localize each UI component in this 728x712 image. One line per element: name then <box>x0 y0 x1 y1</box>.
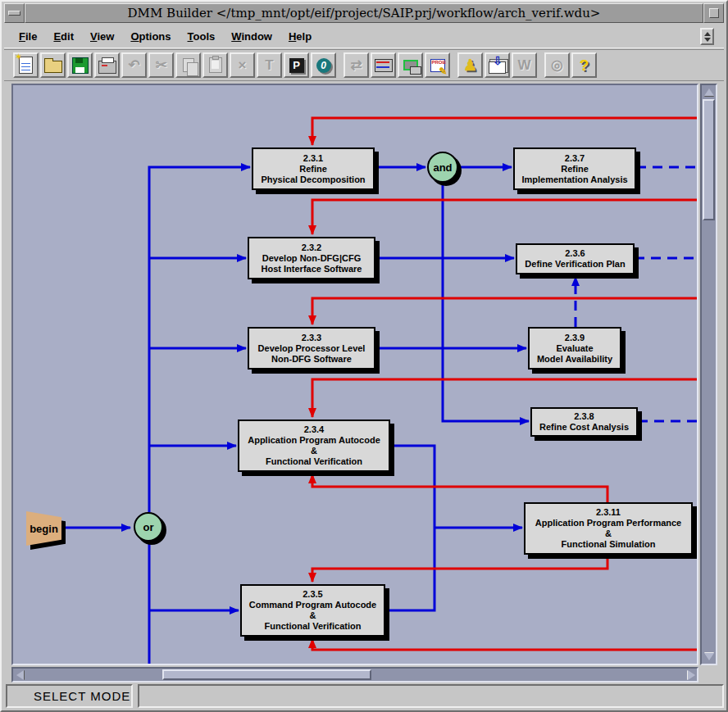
up-arrow-icon <box>704 32 711 36</box>
menu-scroll-widget[interactable] <box>700 28 714 45</box>
workflow-canvas[interactable]: 2.3.1 Refine Physical Decomposition2.3.7… <box>11 84 698 665</box>
scroll-down-icon <box>704 653 714 660</box>
node-2.3.11[interactable]: 2.3.11 Application Program Performance &… <box>524 502 693 555</box>
window-title: DMM Builder </tmp_mnt/opt/eif/project/SA… <box>25 3 703 23</box>
help-button[interactable]: ? <box>571 52 597 78</box>
window-menu-button[interactable] <box>4 3 25 23</box>
prob-editor-icon: PROB <box>430 59 445 72</box>
delete-button[interactable]: × <box>230 52 255 78</box>
wp-icon: W <box>517 58 530 72</box>
scroll-left-button[interactable] <box>14 669 26 680</box>
mode-indicator: SELECT MODE <box>6 684 133 708</box>
title-bar[interactable]: DMM Builder </tmp_mnt/opt/eif/project/SA… <box>4 3 724 23</box>
begin-marker[interactable]: begin <box>26 511 61 546</box>
undo-icon: ↶ <box>128 58 139 72</box>
status-message-panel <box>138 684 724 708</box>
connect-tool-icon: ⇄ <box>350 58 362 72</box>
node-2.3.2[interactable]: 2.3.2 Develop Non-DFG|CFG Host Interface… <box>248 237 375 279</box>
screens-button[interactable] <box>398 52 423 78</box>
begin-shape: begin <box>26 511 61 546</box>
open-file-button[interactable] <box>40 52 66 78</box>
node-2.3.7[interactable]: 2.3.7 Refine Implementation Analysis <box>513 147 636 190</box>
edge-234-235-connector[interactable] <box>385 446 435 610</box>
node-2.3.8[interactable]: 2.3.8 Refine Cost Analysis <box>530 407 638 437</box>
menu-tools[interactable]: Tools <box>180 27 224 46</box>
node-2.3.6[interactable]: 2.3.6 Define Verification Plan <box>516 243 635 274</box>
down-arrow-icon <box>704 38 711 42</box>
text-tool-icon: T <box>265 58 273 72</box>
workflow-io-icon <box>375 59 393 72</box>
horizontal-scroll-thumb[interactable] <box>162 669 371 680</box>
connector-and[interactable]: and <box>427 152 458 183</box>
undo-button[interactable]: ↶ <box>121 52 147 78</box>
window-menu-dash-icon <box>8 11 20 16</box>
node-2.3.3[interactable]: 2.3.3 Develop Processor Level Non-DFG So… <box>248 327 375 370</box>
pushpin-icon: ♟ <box>463 57 477 73</box>
clipboard-icon <box>209 57 222 73</box>
node-2.3.1[interactable]: 2.3.1 Refine Physical Decomposition <box>252 147 375 190</box>
node-2.3.5[interactable]: 2.3.5 Command Program Autocode & Functio… <box>240 584 385 637</box>
p-tool-icon: P <box>289 58 304 73</box>
save-file-button[interactable] <box>67 52 93 78</box>
printer-icon <box>98 61 116 74</box>
prob-editor-button[interactable]: PROB <box>425 52 450 78</box>
wp-tool-button[interactable]: W <box>512 52 537 78</box>
scroll-right-button[interactable] <box>685 669 698 680</box>
maximize-button[interactable] <box>703 3 724 23</box>
menu-window[interactable]: Window <box>223 27 280 46</box>
node-2.3.4[interactable]: 2.3.4 Application Program Autocode & Fun… <box>238 419 390 472</box>
p-tool-button[interactable]: P <box>284 52 309 78</box>
edge-or-trunk-to-231[interactable] <box>149 167 250 512</box>
open-folder-icon <box>44 61 62 73</box>
import-button[interactable]: ⇩ <box>485 52 510 78</box>
scroll-down-button[interactable] <box>703 651 715 663</box>
o-tool-button[interactable]: 0 <box>311 52 336 78</box>
edge-2311-top-to-234[interactable] <box>312 474 607 502</box>
scroll-up-icon <box>704 88 714 96</box>
scroll-right-icon <box>688 670 695 680</box>
save-floppy-icon <box>72 57 89 74</box>
scroll-up-button[interactable] <box>703 86 715 98</box>
link-icon: ◎ <box>551 58 563 72</box>
scissors-icon: ✂ <box>155 58 166 72</box>
edge-2311-bottom-to-235[interactable] <box>312 555 607 582</box>
delete-x-icon: × <box>239 58 247 72</box>
node-2.3.9[interactable]: 2.3.9 Evaluate Model Availability <box>528 327 621 370</box>
new-file-button[interactable]: ✶ <box>13 52 39 78</box>
pin-tool-button[interactable]: ♟ <box>457 52 483 78</box>
vertical-scroll-thumb[interactable] <box>703 99 715 220</box>
vertical-scrollbar[interactable] <box>700 84 717 665</box>
dmm-builder-window: DMM Builder </tmp_mnt/opt/eif/project/SA… <box>0 0 728 712</box>
print-button[interactable] <box>94 52 120 78</box>
text-tool-button[interactable]: T <box>257 52 282 78</box>
edge-feedback-to-234[interactable] <box>312 379 697 417</box>
paste-button[interactable] <box>202 52 228 78</box>
horizontal-scrollbar[interactable] <box>11 667 698 683</box>
workflow-io-button[interactable] <box>371 52 396 78</box>
copy-pages-icon <box>183 58 194 72</box>
cut-button[interactable]: ✂ <box>148 52 174 78</box>
help-icon: ? <box>580 57 589 73</box>
edge-feedback-to-232[interactable] <box>312 200 697 234</box>
menu-options[interactable]: Options <box>122 27 179 46</box>
edge-feedback-to-233[interactable] <box>312 298 697 324</box>
connect-tool-button[interactable]: ⇄ <box>344 52 369 78</box>
import-stack-icon: ⇩ <box>489 61 506 74</box>
menu-bar: FileEditViewOptionsToolsWindowHelp <box>4 25 724 48</box>
menu-view[interactable]: View <box>82 27 122 46</box>
edge-and-to-238[interactable] <box>443 183 529 421</box>
edge-feedback-to-231[interactable] <box>312 118 697 145</box>
copy-button[interactable] <box>175 52 201 78</box>
screens-icon <box>403 60 418 70</box>
maximize-square-icon <box>709 8 719 18</box>
toolbar: ✶↶✂×TP0⇄PROB♟⇩W◎? <box>4 49 724 81</box>
status-bar: SELECT MODE <box>6 684 724 708</box>
connector-or[interactable]: or <box>134 512 163 542</box>
edge-feedback-to-235-bottom[interactable] <box>312 639 697 650</box>
new-document-icon: ✶ <box>19 57 33 74</box>
menu-file[interactable]: File <box>11 27 45 46</box>
o-tool-icon: 0 <box>316 58 331 73</box>
menu-edit[interactable]: Edit <box>45 27 82 46</box>
menu-help[interactable]: Help <box>280 27 320 46</box>
link-tool-button[interactable]: ◎ <box>544 52 570 78</box>
